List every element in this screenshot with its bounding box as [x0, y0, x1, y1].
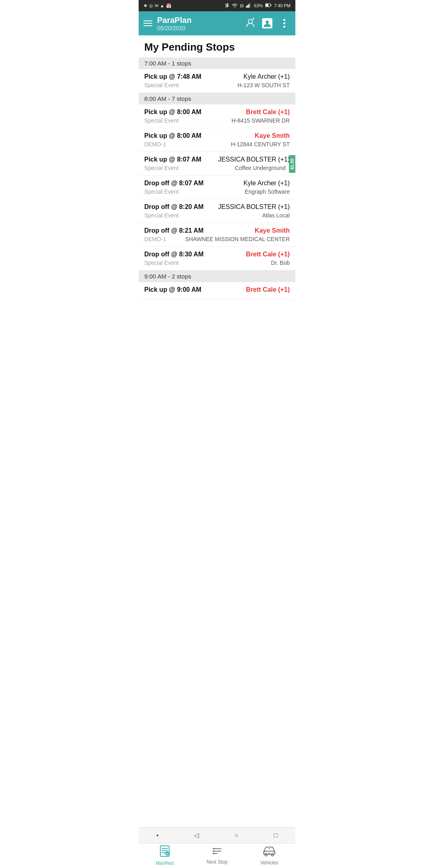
- stop-action: Pick up @ 8:00 AM: [144, 108, 201, 116]
- stop-event-type: Special Event: [144, 117, 179, 124]
- time-group-7am: 7:00 AM - 1 stops: [139, 57, 295, 69]
- stop-row[interactable]: Pick up @ 8:00 AM Kaye Smith DEMO-1 H-12…: [139, 128, 295, 152]
- stop-sub: Special Event H-123 W SOUTH ST: [139, 81, 295, 92]
- svg-rect-0: [246, 6, 247, 8]
- stop-row[interactable]: Pick up @ 8:07 AM JESSICA BOLSTER (+1) S…: [139, 152, 295, 176]
- svg-point-14: [283, 26, 285, 28]
- stop-passenger: Kaye Smith: [255, 227, 290, 234]
- stop-passenger: Kyle Archer (+1): [244, 180, 290, 187]
- stop-action: Drop off @ 8:21 AM: [144, 227, 203, 234]
- no-sim-icon: ⊟: [240, 3, 244, 8]
- stop-sub: Special Event Atlas Local: [139, 211, 295, 223]
- stop-address: H-12844 CENTURY ST: [231, 141, 290, 147]
- stop-action: Drop off @ 8:20 AM: [144, 203, 203, 211]
- calendar-icon: 📅: [166, 3, 172, 8]
- location-icon: ◎: [149, 3, 153, 8]
- more-options-button[interactable]: [278, 17, 291, 30]
- svg-point-11: [266, 20, 269, 24]
- time-group-9am: 9:00 AM - 2 stops: [139, 270, 295, 282]
- stop-row[interactable]: Drop off @ 8:30 AM Brett Cale (+1) Speci…: [139, 247, 295, 270]
- stop-event-type: DEMO-1: [144, 236, 166, 242]
- stop-event-type: Special Event: [144, 212, 179, 219]
- stop-address: SHAWNEE MISSION MEDICAL CENTER: [185, 236, 290, 242]
- stop-main: Drop off @ 8:07 AM Kyle Archer (+1): [139, 176, 295, 188]
- stop-main: Pick up @ 8:00 AM Kaye Smith: [139, 128, 295, 140]
- time-display: 7:40 PM: [274, 3, 291, 8]
- stop-action: Pick up @ 7:48 AM: [144, 73, 201, 80]
- app-bar: ParaPlan 05/20/2020: [139, 11, 295, 35]
- stop-main: Pick up @ 8:00 AM Brett Cale (+1): [139, 104, 295, 117]
- drive-icon: ▲: [160, 3, 164, 8]
- menu-button[interactable]: [143, 20, 152, 26]
- stop-main: Drop off @ 8:30 AM Brett Cale (+1): [139, 247, 295, 259]
- stop-event-type: DEMO-1: [144, 141, 166, 147]
- stop-event-type: Special Event: [144, 260, 179, 266]
- stop-passenger: Brett Cale (+1): [246, 251, 290, 258]
- stop-row[interactable]: Drop off @ 8:20 AM JESSICA BOLSTER (+1) …: [139, 199, 295, 223]
- location-pin-button[interactable]: [244, 17, 257, 30]
- stop-sub: [139, 294, 295, 299]
- stop-address: Atlas Local: [262, 212, 290, 219]
- battery-icon: [265, 3, 272, 8]
- stop-address: Engraph Software: [245, 188, 290, 195]
- stop-row[interactable]: Pick up @ 7:48 AM Kyle Archer (+1) Speci…: [139, 69, 295, 93]
- stop-sub: DEMO-1 H-12844 CENTURY ST: [139, 140, 295, 151]
- svg-point-13: [283, 23, 285, 25]
- stop-passenger: JESSICA BOLSTER (+1): [218, 203, 290, 211]
- stop-action: Pick up @ 8:00 AM: [144, 132, 201, 139]
- signal-bars-icon: [246, 3, 252, 8]
- stop-event-type: Special Event: [144, 82, 179, 88]
- stop-passenger: JESSICA BOLSTER (+1): [218, 156, 290, 163]
- status-bar: ❖ ◎ ✉ ▲ 📅 ⊟: [139, 0, 295, 11]
- stop-passenger: Kyle Archer (+1): [244, 73, 290, 80]
- email-icon: ✉: [155, 3, 158, 8]
- svg-rect-1: [247, 5, 248, 8]
- stop-main: Pick up @ 8:07 AM JESSICA BOLSTER (+1): [139, 152, 295, 164]
- fare-badge: $1.00: [289, 155, 295, 173]
- stop-address: Dr. Bob: [271, 260, 290, 266]
- app-date: 05/20/2020: [157, 25, 244, 31]
- svg-rect-5: [266, 4, 268, 6]
- svg-rect-3: [250, 3, 251, 8]
- stop-row[interactable]: Pick up @ 8:00 AM Brett Cale (+1) Specia…: [139, 104, 295, 128]
- app-title-block: ParaPlan 05/20/2020: [157, 15, 244, 31]
- stop-passenger: Kaye Smith: [255, 132, 290, 139]
- stop-action: Pick up @ 8:07 AM: [144, 156, 201, 163]
- stop-sub: Special Event Dr. Bob: [139, 259, 295, 270]
- stop-main: Drop off @ 8:21 AM Kaye Smith: [139, 223, 295, 235]
- page-title: My Pending Stops: [139, 35, 295, 57]
- stop-main: Pick up @ 7:48 AM Kyle Archer (+1): [139, 69, 295, 81]
- svg-point-7: [248, 19, 252, 23]
- stop-address: Coffee Underground: [235, 165, 286, 171]
- stop-row[interactable]: Drop off @ 8:07 AM Kyle Archer (+1) Spec…: [139, 176, 295, 199]
- stop-passenger: Brett Cale (+1): [246, 286, 290, 293]
- battery-percentage: 63%: [254, 3, 263, 8]
- status-right-icons: ⊟ 63% 7:40 PM: [225, 2, 291, 9]
- svg-rect-6: [271, 5, 272, 6]
- stop-row[interactable]: Drop off @ 8:21 AM Kaye Smith DEMO-1 SHA…: [139, 223, 295, 247]
- time-group-8am: 8:00 AM - 7 stops: [139, 93, 295, 104]
- stop-address: H-8415 SWARNER DR: [231, 117, 290, 124]
- stop-action: Drop off @ 8:07 AM: [144, 180, 203, 187]
- stop-sub: Special Event Engraph Software: [139, 188, 295, 199]
- page-content: My Pending Stops 7:00 AM - 1 stops Pick …: [139, 35, 295, 341]
- stop-address: H-123 W SOUTH ST: [237, 82, 290, 88]
- stop-sub: Special Event H-8415 SWARNER DR: [139, 117, 295, 128]
- wifi-icon: [232, 3, 237, 8]
- profile-button[interactable]: [261, 17, 274, 30]
- stop-sub: Special Event Coffee Underground $1.00: [139, 164, 295, 175]
- app-title: ParaPlan: [157, 15, 244, 25]
- stop-event-type: Special Event: [144, 188, 179, 195]
- stop-main: Drop off @ 8:20 AM JESSICA BOLSTER (+1): [139, 199, 295, 211]
- stop-main: Pick up @ 9:00 AM Brett Cale (+1): [139, 282, 295, 294]
- svg-point-12: [283, 19, 285, 21]
- slack-icon: ❖: [143, 3, 147, 8]
- status-left-icons: ❖ ◎ ✉ ▲ 📅: [143, 3, 172, 8]
- svg-point-8: [253, 18, 254, 19]
- stop-row[interactable]: Pick up @ 9:00 AM Brett Cale (+1): [139, 282, 295, 299]
- svg-rect-2: [248, 4, 250, 8]
- bluetooth-icon: [225, 2, 229, 9]
- app-bar-actions: [244, 17, 291, 30]
- stop-sub: DEMO-1 SHAWNEE MISSION MEDICAL CENTER: [139, 235, 295, 246]
- stop-passenger: Brett Cale (+1): [246, 108, 290, 116]
